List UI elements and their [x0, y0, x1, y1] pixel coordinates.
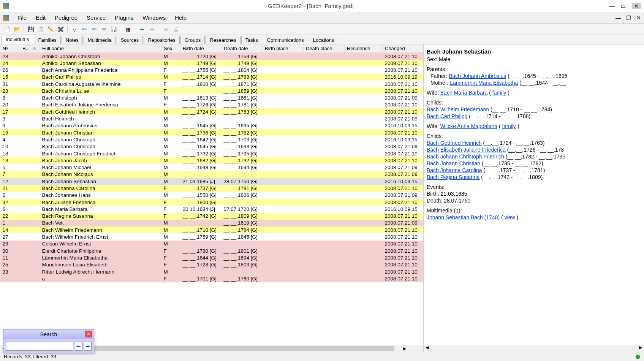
child3-link[interactable]: Bach Gottfried Heinrich — [427, 140, 482, 146]
wife1-link[interactable]: Bach Maria Barbara — [440, 90, 488, 96]
table-row[interactable]: 33Ritter Ludwig Albrecht HermannM2008.07… — [0, 268, 424, 275]
family2-link[interactable]: family — [502, 123, 516, 129]
tab-communications[interactable]: Communications — [263, 36, 308, 44]
tab-individuals[interactable]: Individuals — [2, 35, 33, 44]
tree-ancestors-button[interactable]: ⚯ — [80, 25, 89, 34]
child1-link[interactable]: Bach Wilhelm Friedemann — [427, 106, 489, 112]
search-input[interactable] — [6, 342, 73, 351]
edit-record-button[interactable]: ✏️ — [46, 25, 55, 34]
window-maximize-button[interactable]: ▭ — [621, 3, 626, 9]
open-file-button[interactable]: 📂 — [12, 25, 21, 34]
save-button[interactable]: 💾 — [26, 25, 35, 34]
table-row[interactable]: 20Bach Elisabeth Juliane FriedericaF__._… — [0, 101, 424, 108]
table-row[interactable]: 11Lämmerhirt Maria ElisabethaF__.__.1644… — [0, 254, 424, 261]
family1-link[interactable]: family — [492, 90, 506, 96]
col-birthdate[interactable]: Birth date — [180, 44, 222, 53]
tree-descendants-button[interactable]: ⚯ — [90, 25, 99, 34]
detail-scroll-right-icon[interactable]: ▶ — [637, 345, 644, 352]
tab-locations[interactable]: Locations — [309, 36, 339, 44]
table-row[interactable]: 14Bach Wilhelm FriedemannM__.__.1710 [G]… — [0, 226, 424, 233]
scroll-right-icon[interactable]: ▶ — [401, 346, 408, 351]
table-row[interactable]: 17Bach Gottfried HeinrichM__.__.1724 [G]… — [0, 108, 424, 115]
detail-horizontal-scrollbar[interactable]: ◀ ▶ — [424, 345, 644, 352]
table-row[interactable]: 25Munchhusen Lucia ElisabethF__.__.1728 … — [0, 261, 424, 268]
table-row[interactable]: 3Bach HeinrichM2008.07.21 09 — [0, 115, 424, 122]
col-residence[interactable]: Residence — [345, 44, 383, 53]
child4-link[interactable]: Bach Elisabeth Juliane Friederica — [427, 147, 506, 153]
menu-edit[interactable]: Edit — [31, 13, 50, 22]
table-row[interactable]: 1Bach VeitM__.__.1619 [G]2008.07.21 09 — [0, 220, 424, 226]
table-row[interactable]: 9Bach Johann AmbrosiusM__.__.1645 [G]__.… — [0, 122, 424, 129]
table-options-button[interactable]: ▦ — [123, 25, 133, 34]
table-row[interactable]: 26Bach Anna Philippiana FriedericaF__.__… — [0, 66, 424, 73]
father-link[interactable]: Bach Johann Ambrosius — [449, 73, 506, 79]
wife2-link[interactable]: Wilcke Anna Magdalena — [440, 123, 497, 129]
table-row[interactable]: 19Bach Johann ChristianM__.__.1735 [G]__… — [0, 129, 424, 136]
delete-record-button[interactable]: ✖️ — [56, 25, 65, 34]
menu-file[interactable]: File — [13, 13, 31, 22]
send-mail-button[interactable]: ✉ — [161, 25, 171, 34]
table-row[interactable]: 31Bach Carolina Augusta WilhelmineF__.__… — [0, 81, 424, 87]
tab-groups[interactable]: Groups — [180, 36, 205, 44]
window-minimize-button[interactable]: — — [609, 3, 615, 9]
tab-tasks[interactable]: Tasks — [241, 36, 262, 44]
child7-link[interactable]: Bach Johanna Carolina — [427, 167, 482, 173]
nav-forward-button[interactable]: ➡ — [147, 25, 157, 34]
menu-windows[interactable]: Windows — [138, 13, 170, 22]
table-row[interactable]: 2Bach Johannes HansM__.__.1550 [G]__.__.… — [0, 192, 424, 199]
stats-button[interactable]: 📊 — [109, 25, 119, 34]
tab-researches[interactable]: Researches — [206, 36, 240, 44]
child6-link[interactable]: Bach Johann Christian — [427, 160, 480, 166]
child2-link[interactable]: Bach Carl Philipp — [427, 113, 467, 119]
col-p[interactable]: P.. — [30, 44, 40, 53]
col-deathplace[interactable]: Death place — [304, 44, 345, 53]
table-row[interactable]: 32Bach Juliane FriedericaF__.__.1800 [G]… — [0, 199, 424, 206]
add-record-button[interactable]: 📋 — [36, 25, 45, 34]
col-number[interactable]: № — [0, 44, 20, 53]
table-row[interactable]: 21Bach Johanna CarolinaF__.__.1737 [G]__… — [0, 185, 424, 192]
tree-both-button[interactable]: ⚯ — [100, 25, 109, 34]
menu-help[interactable]: Help — [170, 13, 191, 22]
table-row[interactable]: 29Colson Wilhelm ErnstM2008.07.21 10 — [0, 241, 424, 247]
tab-sources[interactable]: Sources — [117, 36, 143, 44]
tab-families[interactable]: Families — [34, 36, 60, 44]
print-button[interactable]: 🖨 — [171, 25, 180, 34]
table-row[interactable]: 5Bach Johann MichaelM__.__.1648 [G]__.__… — [0, 164, 424, 171]
individuals-grid[interactable]: № B.. P.. Full name Sex Birth date Death… — [0, 44, 424, 282]
mdi-close-button[interactable]: ✕ — [636, 15, 641, 21]
mother-link[interactable]: Lämmerhirt Maria Elisabetha — [450, 80, 518, 86]
col-b[interactable]: B.. — [20, 44, 30, 53]
tab-notes[interactable]: Notes — [62, 36, 83, 44]
table-row[interactable]: 8Bach ChristophM__.__.1613 [G]__.__.1661… — [0, 94, 424, 101]
child5-link[interactable]: Bach Johann Christoph Friedrich — [427, 154, 504, 160]
menu-plugins[interactable]: Plugins — [110, 13, 138, 22]
table-row[interactable]: 7Bach Johann NicolausM2008.07.21 09 — [0, 171, 424, 178]
view-link[interactable]: view — [505, 214, 515, 220]
search-next-button[interactable]: ➡ — [84, 342, 92, 351]
table-row[interactable]: 10Bach Johann ChristophM__.__.1645 [G]__… — [0, 143, 424, 150]
child8-link[interactable]: Bach Regina Susanna — [427, 174, 479, 180]
table-row[interactable]: 18Bach Johann Christoph FriedrichM__.__.… — [0, 150, 424, 157]
table-row[interactable]: 24Altnikol Johann SebastianM__.__.1749 [… — [0, 60, 424, 66]
filter-button[interactable]: ▽ — [70, 25, 79, 34]
menu-pedigree[interactable]: Pedigree — [50, 13, 82, 22]
table-row[interactable]: 23Altnikol Johann ChristophM__.__.1720 [… — [0, 53, 424, 60]
col-birthplace[interactable]: Birth place — [263, 44, 304, 53]
table-row[interactable]: 6Bach Maria BarbaraF20.10.1684 [J]07.07.… — [0, 206, 424, 212]
table-row[interactable]: 27Bach Wilhelm Friedrich ErnstM__.__.175… — [0, 233, 424, 240]
tab-repositories[interactable]: Repositories — [144, 36, 179, 44]
table-row[interactable]: 28Bach Christina LuiseF__.__.1859 [G]200… — [0, 87, 424, 94]
col-changed[interactable]: Changed — [383, 44, 424, 53]
mdi-restore-button[interactable]: ❐ — [626, 15, 631, 21]
new-file-button[interactable]: 📄 — [2, 25, 11, 34]
col-fullname[interactable]: Full name — [40, 44, 161, 53]
tab-multimedia[interactable]: Multimedia — [84, 36, 116, 44]
table-row[interactable]: 12Bach Johann SebastianM21.03.1685 [J]28… — [0, 178, 424, 185]
menu-service[interactable]: Service — [82, 13, 110, 22]
col-sex[interactable]: Sex — [161, 44, 180, 53]
search-prev-button[interactable]: ⬅ — [75, 342, 82, 351]
nav-back-button[interactable]: ⬅ — [138, 25, 147, 34]
search-dialog-title[interactable]: Search ✕ — [3, 329, 94, 339]
multimedia1-link[interactable]: Johann Sebastian Bach (1748) — [427, 214, 500, 220]
detail-scroll-left-icon[interactable]: ◀ — [424, 345, 430, 352]
